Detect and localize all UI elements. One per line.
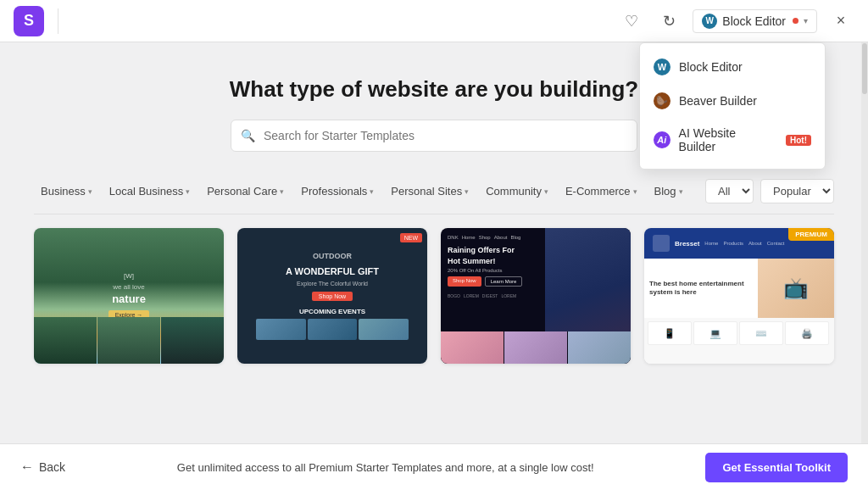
chevron-down-icon: ▾ xyxy=(465,187,469,196)
app-logo: S xyxy=(14,6,44,36)
outdoor-badge: NEW xyxy=(400,233,422,242)
category-professionals[interactable]: Professionals ▾ xyxy=(294,181,381,201)
topbar-separator xyxy=(58,8,58,34)
template-grid: [W] we all love nature Explore → NEW OUT… xyxy=(34,228,834,415)
search-input[interactable] xyxy=(231,120,637,152)
template-thumbnail-nature: [W] we all love nature Explore → xyxy=(34,228,224,364)
category-personal-sites[interactable]: Personal Sites ▾ xyxy=(384,181,476,201)
filter-nav: Business ▾ Local Business ▾ Personal Car… xyxy=(34,169,834,214)
back-button[interactable]: ← Back xyxy=(20,459,65,475)
block-editor-icon: W xyxy=(654,58,670,75)
close-button[interactable]: × xyxy=(827,8,854,35)
template-card-outdoor[interactable]: NEW OUTDOOR A WONDERFUL GIFT Explore The… xyxy=(237,228,427,364)
builder-selector[interactable]: W Block Editor ▾ xyxy=(693,9,817,33)
template-card-electronics[interactable]: PREMIUM Bresset HomeProductsAboutContact… xyxy=(644,228,834,364)
dropdown-item-block-editor[interactable]: W Block Editor xyxy=(640,50,825,84)
category-local-business[interactable]: Local Business ▾ xyxy=(103,181,197,201)
dropdown-item-ai-builder[interactable]: Ai AI Website Builder Hot! xyxy=(640,118,825,162)
hot-badge: Hot! xyxy=(786,135,811,146)
category-blog[interactable]: Blog ▾ xyxy=(648,181,690,201)
builder-dropdown-menu: W Block Editor 🦫 Beaver Builder Ai AI We… xyxy=(639,42,826,170)
chevron-down-icon: ▾ xyxy=(544,187,548,196)
premium-badge: PREMIUM xyxy=(788,228,834,241)
dropdown-item-beaver-builder[interactable]: 🦫 Beaver Builder xyxy=(640,84,825,118)
chevron-down-icon: ▾ xyxy=(804,16,808,25)
chevron-down-icon: ▾ xyxy=(186,187,190,196)
template-card-dnk[interactable]: DNKHomeShopAboutBlog Raining Offers ForH… xyxy=(441,228,631,364)
search-icon: 🔍 xyxy=(241,129,255,142)
all-filter-select[interactable]: All xyxy=(705,179,754,203)
nature-logo: [W] xyxy=(124,272,134,280)
popular-filter-select[interactable]: Popular xyxy=(760,179,834,203)
chevron-down-icon: ▾ xyxy=(370,187,374,196)
category-ecommerce[interactable]: E-Commerce ▾ xyxy=(559,181,644,201)
topbar: S ♡ ↻ W Block Editor ▾ × xyxy=(0,0,868,42)
dot-indicator xyxy=(793,18,798,24)
chevron-down-icon: ▾ xyxy=(633,187,637,196)
category-business[interactable]: Business ▾ xyxy=(34,181,99,201)
back-arrow-icon: ← xyxy=(20,459,34,475)
chevron-down-icon: ▾ xyxy=(280,187,284,196)
filter-dropdowns: All Popular xyxy=(705,179,834,203)
ai-builder-icon: Ai xyxy=(654,131,670,148)
chevron-down-icon: ▾ xyxy=(679,187,683,196)
wordpress-icon: W xyxy=(702,14,717,29)
promo-text: Get unlimited access to all Premium Star… xyxy=(177,461,594,474)
template-card-nature[interactable]: [W] we all love nature Explore → xyxy=(34,228,224,364)
block-editor-label: Block Editor xyxy=(679,60,743,74)
refresh-button[interactable]: ↻ xyxy=(655,8,682,35)
builder-label: Block Editor xyxy=(722,14,786,28)
search-bar: 🔍 xyxy=(231,120,637,152)
template-thumbnail-electronics: PREMIUM Bresset HomeProductsAboutContact… xyxy=(644,228,834,364)
chevron-down-icon: ▾ xyxy=(88,187,92,196)
bottom-bar: ← Back Get unlimited access to all Premi… xyxy=(0,443,868,490)
filter-categories: Business ▾ Local Business ▾ Personal Car… xyxy=(34,181,690,201)
template-thumbnail-outdoor: NEW OUTDOOR A WONDERFUL GIFT Explore The… xyxy=(237,228,427,364)
category-community[interactable]: Community ▾ xyxy=(479,181,555,201)
ai-builder-label: AI Website Builder xyxy=(679,126,774,153)
back-label: Back xyxy=(39,460,65,474)
favorites-button[interactable]: ♡ xyxy=(618,8,645,35)
category-personal-care[interactable]: Personal Care ▾ xyxy=(200,181,291,201)
beaver-builder-label: Beaver Builder xyxy=(679,94,757,108)
beaver-builder-icon: 🦫 xyxy=(654,92,670,109)
get-toolkit-button[interactable]: Get Essential Toolkit xyxy=(705,453,848,482)
topbar-actions: ♡ ↻ W Block Editor ▾ × xyxy=(618,8,854,35)
template-thumbnail-dnk: DNKHomeShopAboutBlog Raining Offers ForH… xyxy=(441,228,631,364)
